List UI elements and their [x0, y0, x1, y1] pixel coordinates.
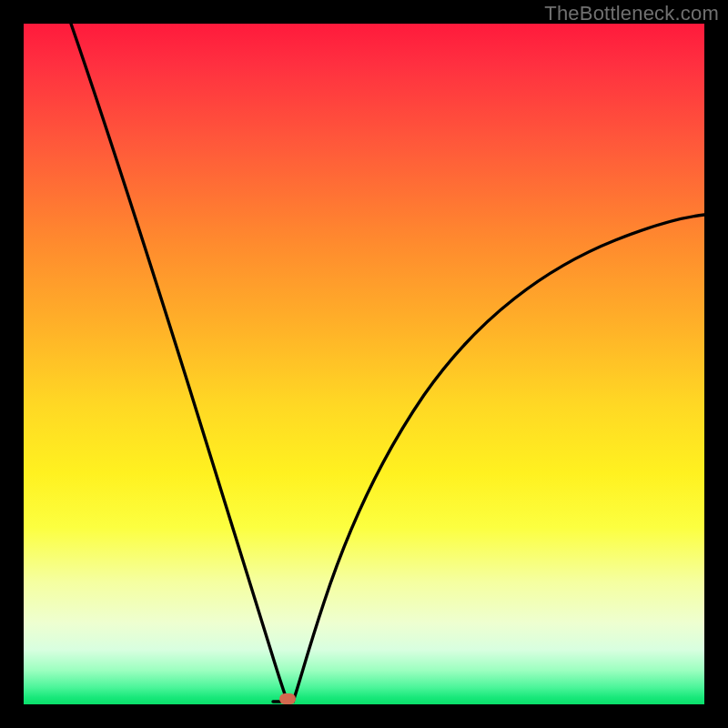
plot-area: [24, 24, 704, 704]
bottleneck-curve: [24, 24, 704, 704]
chart-frame: TheBottleneck.com: [0, 0, 728, 728]
watermark-text: TheBottleneck.com: [544, 2, 719, 25]
optimal-point-marker: [279, 693, 296, 704]
curve-left-branch: [71, 24, 288, 702]
curve-right-branch: [293, 215, 704, 702]
